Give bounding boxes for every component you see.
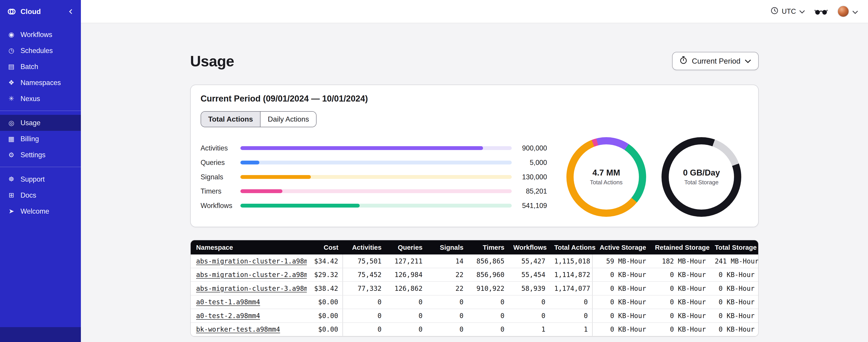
active-storage-cell: 0 KB-Hour xyxy=(592,268,650,282)
col-timers: Timers xyxy=(468,240,509,254)
signals-cell: 14 xyxy=(427,254,468,268)
col-retained-storage: Retained Storage xyxy=(650,240,710,254)
sidebar-item-nexus[interactable]: ✳ Nexus xyxy=(0,91,81,107)
nav-item-icon: ⚙ xyxy=(7,151,16,159)
timers-cell: 856,865 xyxy=(468,254,509,268)
nav-item-label: Nexus xyxy=(21,95,40,103)
cost-cell: $34.42 xyxy=(307,254,343,268)
table-row: abs-migration-cluster-2.a98mm4 $29.32 75… xyxy=(191,268,758,282)
total-storage-label: Total Storage xyxy=(684,179,719,186)
glasses-icon[interactable] xyxy=(815,8,827,15)
cost-cell: $0.00 xyxy=(307,309,343,322)
nav-item-icon: ◉ xyxy=(7,31,16,38)
bar-label: Workflows xyxy=(200,202,240,210)
workflows-cell: 58,939 xyxy=(509,281,550,295)
bar-value: 900,000 xyxy=(512,144,547,152)
nav-item-icon: ➤ xyxy=(7,207,16,215)
nav-item-label: Support xyxy=(21,175,45,183)
sidebar-nav-support: ☸ Support ⊞ Docs ➤ Welcome xyxy=(0,171,81,219)
col-namespace: Namespace xyxy=(191,240,307,254)
bar-fill xyxy=(240,175,311,179)
table-row: a0-test-2.a98mm4 $0.00 0 0 0 0 0 0 0 KB-… xyxy=(191,309,758,322)
queries-cell: 126,862 xyxy=(386,281,427,295)
bar-label: Activities xyxy=(200,144,240,152)
retained-storage-cell: 182 MB-Hour xyxy=(650,254,710,268)
chevron-down-icon xyxy=(852,6,858,16)
bar-track xyxy=(240,146,512,150)
sidebar-item-namespaces[interactable]: ❖ Namespaces xyxy=(0,75,81,91)
sidebar-item-workflows[interactable]: ◉ Workflows xyxy=(0,27,81,43)
sidebar-item-docs[interactable]: ⊞ Docs xyxy=(0,187,81,203)
sidebar-item-support[interactable]: ☸ Support xyxy=(0,171,81,187)
period-dropdown-button[interactable]: Current Period xyxy=(672,52,758,70)
retained-storage-cell: 0 KB-Hour xyxy=(650,281,710,295)
tab-total-actions[interactable]: Total Actions xyxy=(201,112,261,127)
nav-item-icon: ✳ xyxy=(7,95,16,102)
sidebar-footer xyxy=(0,327,81,342)
sidebar-collapse-icon[interactable] xyxy=(68,9,74,14)
tab-daily-actions[interactable]: Daily Actions xyxy=(260,112,316,127)
bar-label: Timers xyxy=(200,187,240,195)
period-dropdown-label: Current Period xyxy=(692,57,740,65)
col-queries: Queries xyxy=(386,240,427,254)
queries-cell: 127,211 xyxy=(386,254,427,268)
sidebar-item-batch[interactable]: ▤ Batch xyxy=(0,59,81,75)
timezone-label: UTC xyxy=(782,7,796,15)
namespace-link[interactable]: a0-test-2.a98mm4 xyxy=(196,312,260,320)
nav-item-label: Schedules xyxy=(21,47,53,55)
nav-item-icon: ▤ xyxy=(7,63,16,70)
nav-item-label: Workflows xyxy=(21,31,53,39)
sidebar-item-billing[interactable]: ▦ Billing xyxy=(0,131,81,147)
bar-label: Signals xyxy=(200,173,240,181)
col-workflows: Workflows xyxy=(509,240,550,254)
namespace-link[interactable]: abs-migration-cluster-2.a98mm4 xyxy=(196,271,307,279)
sidebar-header[interactable]: Cloud xyxy=(0,0,81,23)
sidebar-item-schedules[interactable]: ◷ Schedules xyxy=(0,43,81,59)
retained-storage-cell: 0 KB-Hour xyxy=(650,268,710,282)
bar-row: Workflows 541,109 xyxy=(200,199,547,213)
workflows-cell: 0 xyxy=(509,309,550,322)
queries-cell: 0 xyxy=(386,322,427,336)
chevron-down-icon xyxy=(799,7,805,15)
sidebar-divider xyxy=(0,167,81,167)
namespace-link[interactable]: abs-migration-cluster-3.a98mm4 xyxy=(196,285,307,293)
active-storage-cell: 0 KB-Hour xyxy=(592,322,650,336)
retained-storage-cell: 0 KB-Hour xyxy=(650,309,710,322)
timezone-selector[interactable]: UTC xyxy=(771,7,805,16)
nav-item-label: Billing xyxy=(21,135,39,143)
timers-cell: 856,960 xyxy=(468,268,509,282)
sidebar-item-usage[interactable]: ◎ Usage xyxy=(0,115,81,131)
activities-cell: 75,452 xyxy=(343,268,386,282)
sidebar-item-welcome[interactable]: ➤ Welcome xyxy=(0,203,81,219)
bar-row: Activities 900,000 xyxy=(200,141,547,156)
timers-cell: 0 xyxy=(468,309,509,322)
nav-item-icon: ◎ xyxy=(7,119,16,127)
table-row: bk-worker-test.a98mm4 $0.00 0 0 0 0 1 1 … xyxy=(191,322,758,336)
profile-menu[interactable] xyxy=(837,6,858,17)
bar-row: Queries 5,000 xyxy=(200,156,547,170)
active-storage-cell: 59 MB-Hour xyxy=(592,254,650,268)
nav-item-icon: ❖ xyxy=(7,79,16,87)
usage-table-card: Namespace Cost Activities Queries Signal… xyxy=(190,240,758,337)
sidebar-item-settings[interactable]: ⚙ Settings xyxy=(0,147,81,163)
app-window: Cloud ◉ Workflows ◷ Schedules xyxy=(0,0,868,342)
actions-view-toggle: Total Actions Daily Actions xyxy=(200,111,317,127)
namespace-link[interactable]: abs-migration-cluster-1.a98mm4 xyxy=(196,258,307,265)
cost-cell: $29.32 xyxy=(307,268,343,282)
total-storage-cell: 0 KB-Hour xyxy=(710,322,758,336)
donut-charts: 4.7 MM Total Actions 0 GB/Day Total Stor… xyxy=(566,137,741,217)
total-storage-cell: 0 KB-Hour xyxy=(710,309,758,322)
total-actions-cell: 0 xyxy=(550,295,593,309)
col-signals: Signals xyxy=(427,240,468,254)
total-actions-cell: 1,115,018 xyxy=(550,254,593,268)
queries-cell: 0 xyxy=(386,309,427,322)
page-header: Usage Current Period xyxy=(190,52,758,70)
activities-cell: 0 xyxy=(343,309,386,322)
clock-icon xyxy=(771,7,778,16)
topbar: UTC xyxy=(81,0,868,23)
cost-cell: $0.00 xyxy=(307,322,343,336)
col-total-storage: Total Storage xyxy=(710,240,758,254)
namespace-link[interactable]: a0-test-1.a98mm4 xyxy=(196,298,260,306)
namespace-link[interactable]: bk-worker-test.a98mm4 xyxy=(196,326,280,333)
bar-row: Timers 85,201 xyxy=(200,184,547,199)
